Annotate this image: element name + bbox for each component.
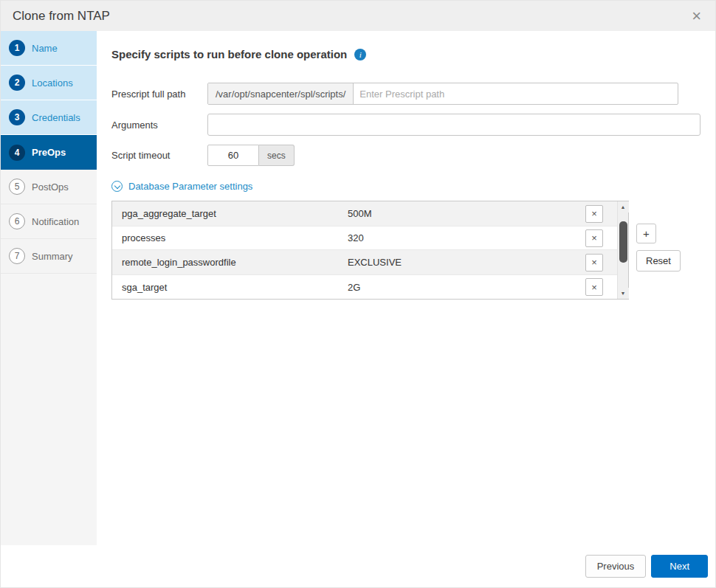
prescript-label: Prescript full path (111, 89, 207, 100)
prescript-path-input[interactable] (354, 83, 678, 104)
step-label: Notification (32, 216, 79, 227)
add-parameter-button[interactable]: + (636, 224, 656, 243)
step-postops[interactable]: 5 PostOps (1, 170, 97, 204)
param-value-cell: 320 (341, 232, 571, 243)
reset-button[interactable]: Reset (636, 250, 681, 271)
remove-row-icon[interactable]: × (585, 278, 603, 296)
step-locations[interactable]: 2 Locations (1, 66, 97, 100)
arguments-input[interactable] (207, 114, 700, 136)
timeout-unit-label: secs (259, 145, 295, 166)
step-label: Credentials (32, 112, 80, 123)
scrollbar-track[interactable] (618, 212, 629, 288)
step-number-badge: 5 (9, 179, 25, 195)
step-notification[interactable]: 6 Notification (1, 204, 97, 239)
db-params-table: pga_aggregate_target 500M × processes 32… (111, 201, 629, 300)
table-side-buttons: + Reset (636, 224, 681, 271)
step-preops[interactable]: 4 PreOps (1, 135, 97, 170)
param-value-cell: 500M (341, 208, 571, 219)
step-number-badge: 3 (9, 109, 25, 125)
arguments-label: Arguments (111, 120, 207, 131)
database-parameter-settings-toggle[interactable]: Database Parameter settings (111, 181, 252, 192)
table-row: sga_target 2G × (112, 274, 617, 299)
step-label: PostOps (32, 181, 69, 193)
dialog-titlebar: Clone from NTAP × (1, 1, 715, 31)
clone-wizard-dialog: Clone from NTAP × 1 Name 2 Locations 3 C… (0, 0, 716, 588)
step-label: Locations (32, 77, 73, 89)
next-button[interactable]: Next (651, 555, 708, 578)
param-action-cell: × (571, 229, 617, 247)
param-action-cell: × (571, 278, 617, 296)
param-value-cell: 2G (341, 282, 571, 293)
previous-button[interactable]: Previous (585, 555, 647, 578)
table-row: remote_login_passwordfile EXCLUSIVE × (112, 250, 617, 274)
section-toggle-label: Database Parameter settings (128, 181, 252, 192)
timeout-input-group: secs (207, 145, 295, 166)
info-icon[interactable]: i (354, 49, 366, 60)
sidebar-filler (1, 274, 97, 547)
db-params-rows: pga_aggregate_target 500M × processes 32… (112, 201, 617, 299)
wizard-steps-sidebar: 1 Name 2 Locations 3 Credentials 4 PreOp… (1, 31, 97, 547)
step-name[interactable]: 1 Name (1, 31, 97, 66)
scroll-down-icon[interactable]: ▼ (618, 288, 629, 299)
script-timeout-row: Script timeout secs (111, 145, 700, 166)
page-title: Specify scripts to run before clone oper… (111, 48, 347, 60)
dialog-title: Clone from NTAP (13, 9, 110, 24)
table-row: processes 320 × (112, 226, 617, 250)
step-number-badge: 7 (9, 248, 25, 264)
prescript-row: Prescript full path /var/opt/snapcenter/… (111, 83, 700, 105)
prescript-path-prefix: /var/opt/snapcenter/spl/scripts/ (208, 83, 354, 104)
step-summary[interactable]: 7 Summary (1, 239, 97, 274)
wizard-footer: Previous Next (1, 545, 715, 587)
step-label: Summary (32, 251, 73, 262)
param-action-cell: × (571, 254, 617, 271)
param-name-cell: processes (112, 232, 341, 243)
main-content: Specify scripts to run before clone oper… (97, 31, 716, 547)
scroll-up-icon[interactable]: ▲ (618, 201, 629, 212)
dialog-body: 1 Name 2 Locations 3 Credentials 4 PreOp… (1, 31, 715, 547)
step-label: PreOps (32, 147, 66, 158)
remove-row-icon[interactable]: × (585, 229, 603, 247)
step-number-badge: 6 (9, 213, 25, 229)
param-name-cell: remote_login_passwordfile (112, 257, 341, 268)
chevron-down-circle-icon (111, 181, 123, 192)
prescript-input-group: /var/opt/snapcenter/spl/scripts/ (207, 83, 678, 105)
remove-row-icon[interactable]: × (585, 205, 603, 223)
param-name-cell: sga_target (112, 282, 341, 293)
param-action-cell: × (571, 205, 617, 223)
step-number-badge: 4 (9, 145, 25, 161)
arguments-row: Arguments (111, 114, 700, 136)
param-value-cell: EXCLUSIVE (341, 257, 571, 268)
table-row: pga_aggregate_target 500M × (112, 201, 617, 226)
scrollbar-thumb[interactable] (619, 221, 627, 263)
step-number-badge: 1 (9, 40, 25, 56)
step-number-badge: 2 (9, 75, 25, 91)
step-credentials[interactable]: 3 Credentials (1, 100, 97, 135)
script-timeout-label: Script timeout (111, 150, 207, 161)
db-params-area: pga_aggregate_target 500M × processes 32… (111, 201, 700, 300)
step-label: Name (32, 43, 58, 54)
close-icon[interactable]: × (690, 8, 703, 24)
script-timeout-input[interactable] (207, 145, 259, 166)
remove-row-icon[interactable]: × (585, 254, 603, 271)
heading-row: Specify scripts to run before clone oper… (111, 48, 700, 60)
table-scrollbar[interactable]: ▲ ▼ (617, 201, 628, 299)
param-name-cell: pga_aggregate_target (112, 208, 341, 219)
